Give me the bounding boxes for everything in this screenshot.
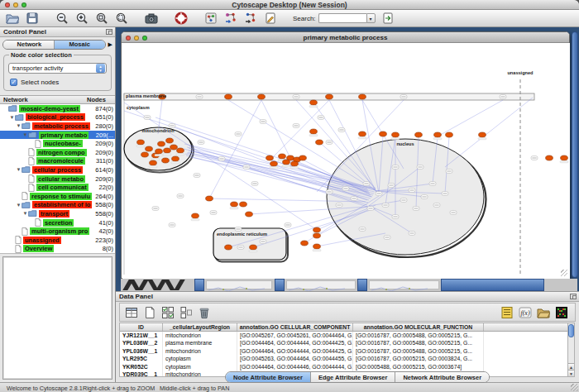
expand-arrow-icon[interactable]: ▼ — [16, 123, 22, 128]
column-header[interactable] — [484, 323, 568, 331]
open-folder-button[interactable] — [5, 12, 20, 26]
scrollbar-thumb[interactable] — [568, 324, 574, 337]
column-header[interactable]: ID — [120, 323, 163, 331]
tree-row[interactable]: response to stimulu264(0) — [0, 192, 115, 201]
window-titlebar[interactable]: Cytoscape Desktop (New Session) — [0, 0, 579, 10]
tree-row[interactable]: ▼metabolic process280(0) — [0, 122, 115, 131]
expand-arrow-icon[interactable]: ▼ — [16, 167, 22, 172]
control-panel-header: Control Panel — [0, 27, 115, 37]
heatmap-button[interactable] — [553, 304, 569, 320]
column-header[interactable]: annotation.GO CELLULAR_COMPONENT — [237, 323, 353, 331]
table-row[interactable]: YLR295Ccytoplasm[GO:0045263, GO:0044464,… — [120, 355, 568, 362]
search-go-button[interactable] — [380, 12, 395, 26]
zoom-out-button[interactable] — [55, 12, 69, 26]
folder-icon — [22, 122, 31, 129]
tab-network[interactable]: Network — [3, 41, 55, 49]
data-panel-header: Data Panel — [116, 292, 579, 302]
table-row[interactable]: YKR052Ccytoplasm[GO:0044464, GO:0044446,… — [120, 363, 568, 370]
import-network-button[interactable] — [223, 12, 238, 26]
expand-arrow-icon[interactable]: ▼ — [22, 211, 28, 216]
group-label: Node color selection — [9, 51, 74, 59]
tree-row[interactable]: Overview8(0) — [0, 245, 115, 254]
tab-mosaic[interactable]: Mosaic — [55, 41, 105, 49]
zoom-in-button[interactable] — [74, 12, 89, 26]
table-row[interactable]: YPL036W__1mitochondrion[GO:0044464, GO:0… — [120, 347, 568, 355]
table-cell: cytoplasm — [163, 363, 237, 370]
folder-icon — [22, 202, 31, 208]
network-column-header[interactable]: Network — [0, 96, 87, 103]
birdseye-view[interactable] — [2, 256, 112, 380]
attribute-table[interactable]: ID_cellularLayoutRegionannotation.GO CEL… — [119, 323, 569, 377]
search-input[interactable] — [318, 13, 366, 23]
import-table-button[interactable] — [243, 12, 258, 26]
tab-overflow-arrow-icon[interactable]: ▶ — [108, 41, 112, 48]
search-dropdown-arrow-icon[interactable]: ▾ — [366, 13, 376, 23]
frame-titlebar[interactable]: primary metabolic process — [122, 32, 569, 43]
select-nodes-checkbox[interactable]: ✓ — [10, 79, 17, 86]
scroll-up-button[interactable]: ▲ — [568, 363, 574, 370]
tree-row[interactable]: ▼cellular process614(0) — [0, 165, 115, 174]
tree-row[interactable]: ▼primary metabo209(... — [0, 131, 115, 140]
expand-arrow-icon[interactable]: ▼ — [16, 203, 22, 208]
function-builder-button[interactable]: f(x) — [517, 304, 533, 320]
tree-row[interactable]: mosaic-demo-yeast874(0) — [0, 104, 115, 113]
tree-column-headers[interactable]: Network Nodes — [0, 95, 115, 104]
tree-row[interactable]: secretion41(0) — [0, 218, 115, 227]
network-view-frame[interactable]: primary metabolic process plasma membran… — [121, 31, 570, 279]
table-row[interactable]: YPL036W__2plasma membrane[GO:0044464, GO… — [120, 339, 568, 347]
network-canvas[interactable]: plasma membranecytoplasmmitochondrionnuc… — [122, 43, 570, 279]
tree-row[interactable]: ▼establishment of lo558(0) — [0, 201, 115, 210]
tab-node-attribute-browser[interactable]: Node Attribute Browser — [226, 372, 311, 382]
background-titlebar-fragment — [275, 279, 285, 291]
frame-resize-grip[interactable] — [561, 270, 567, 276]
tree-row[interactable]: multi-organism pro42(0) — [0, 227, 115, 236]
zoom-selected-button[interactable] — [94, 12, 109, 26]
tree-row[interactable]: nitrogen compo209(0) — [0, 148, 115, 157]
file-icon — [22, 192, 28, 200]
tree-row[interactable]: macromolecule311(0) — [0, 157, 115, 166]
network-tree: mosaic-demo-yeast874(0)▼biological_proce… — [0, 104, 115, 254]
tree-row-node-count: 311(0) — [96, 157, 113, 165]
annotation-tool-button[interactable] — [263, 12, 278, 26]
tree-row[interactable]: cellular metabo209(0) — [0, 174, 115, 184]
new-attribute-button[interactable] — [141, 304, 157, 320]
tree-row-node-count: 209(0) — [95, 140, 113, 147]
window-resize-grip[interactable] — [571, 384, 578, 391]
attribute-batch-button[interactable] — [178, 304, 194, 320]
folder-icon — [15, 114, 24, 121]
vizmapper-button[interactable] — [203, 12, 218, 26]
file-icon — [35, 140, 41, 148]
attribute-list-button[interactable] — [499, 304, 514, 320]
table-vertical-scrollbar[interactable]: ▲ ▼ — [567, 323, 575, 377]
help-lifering-button[interactable] — [174, 12, 189, 26]
attribute-table-button[interactable] — [123, 304, 139, 320]
desktop-vertical-scrollbar[interactable] — [572, 31, 578, 278]
import-attributes-button[interactable] — [535, 304, 551, 320]
tab-edge-attribute-browser[interactable]: Edge Attribute Browser — [311, 372, 395, 382]
node-color-dropdown[interactable]: transporter activity ▴▾ — [8, 63, 107, 74]
tree-row[interactable]: ▼transport558(0) — [0, 209, 115, 218]
tree-row-label: nucleobase- — [43, 140, 83, 147]
expand-arrow-icon[interactable]: ▼ — [22, 132, 28, 137]
tree-row[interactable]: cell communicat22(0) — [0, 183, 115, 192]
column-header[interactable]: annotation.GO MOLECULAR_FUNCTION — [353, 323, 484, 331]
tab-network-attribute-browser[interactable]: Network Attribute Browser — [395, 372, 489, 382]
tree-row[interactable]: unassigned223(0) — [0, 236, 115, 245]
nodes-column-header[interactable]: Nodes — [87, 96, 115, 103]
delete-attribute-button[interactable] — [196, 304, 212, 320]
float-panel-icon[interactable] — [106, 29, 112, 35]
tree-row[interactable]: nucleobase-209(0) — [0, 139, 115, 148]
select-attributes-button[interactable] — [160, 304, 175, 320]
control-panel-tabs: NetworkMosaic ▶ — [0, 37, 115, 51]
file-icon — [15, 245, 22, 253]
scroll-down-button[interactable]: ▼ — [568, 370, 574, 376]
tree-row[interactable]: ▼biological_process651(0) — [0, 113, 115, 122]
save-button[interactable] — [25, 12, 40, 26]
table-row[interactable]: YJR121W__1mitochondrion[GO:0045267, GO:0… — [120, 332, 568, 339]
zoom-fit-button[interactable] — [114, 12, 129, 26]
float-panel-icon[interactable] — [570, 294, 577, 299]
expand-arrow-icon[interactable]: ▼ — [9, 115, 15, 120]
tree-row-label: metabolic process — [32, 122, 90, 130]
column-header[interactable]: _cellularLayoutRegion — [163, 323, 237, 331]
snapshot-camera-button[interactable] — [144, 12, 159, 26]
